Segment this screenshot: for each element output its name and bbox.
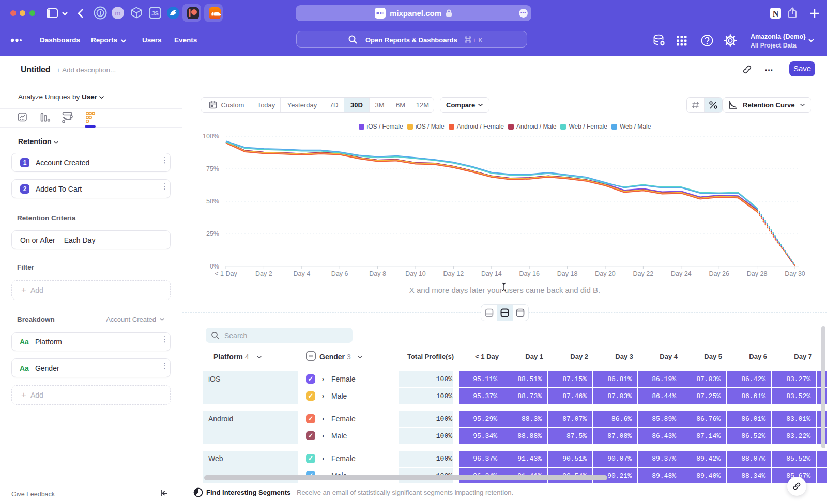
svg-text:100%: 100% xyxy=(203,133,219,140)
svg-text:Day 8: Day 8 xyxy=(369,270,386,277)
svg-text:25%: 25% xyxy=(206,230,219,238)
svg-text:Day 26: Day 26 xyxy=(709,270,729,277)
svg-text:< 1 Day: < 1 Day xyxy=(215,270,237,277)
svg-text:Day 12: Day 12 xyxy=(443,270,464,277)
svg-text:Day 14: Day 14 xyxy=(481,270,502,277)
svg-text:75%: 75% xyxy=(206,165,219,172)
svg-text:Day 10: Day 10 xyxy=(405,270,426,277)
svg-text:Day 28: Day 28 xyxy=(747,270,768,277)
svg-text:Day 6: Day 6 xyxy=(331,270,348,277)
svg-text:Day 20: Day 20 xyxy=(595,270,616,277)
svg-text:50%: 50% xyxy=(206,198,219,205)
svg-text:Day 24: Day 24 xyxy=(671,270,692,277)
svg-text:Day 30: Day 30 xyxy=(785,270,805,277)
svg-text:Day 4: Day 4 xyxy=(293,270,310,277)
svg-text:Day 16: Day 16 xyxy=(519,270,540,277)
svg-text:Day 22: Day 22 xyxy=(633,270,654,277)
svg-text:Day 18: Day 18 xyxy=(557,270,578,277)
svg-text:Day 2: Day 2 xyxy=(255,270,272,277)
svg-text:0%: 0% xyxy=(210,263,219,270)
